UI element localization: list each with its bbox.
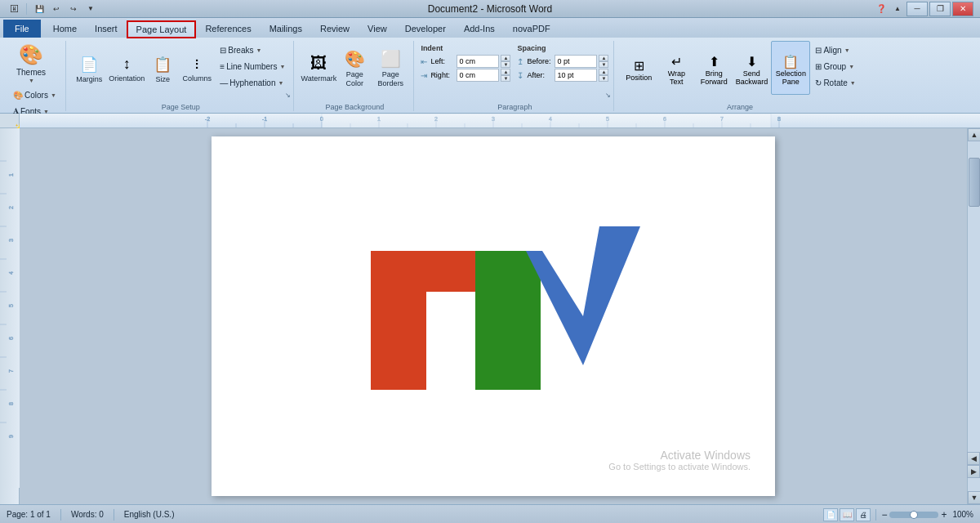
help-btn[interactable]: ❓ [874, 2, 889, 16]
page-borders-icon: ⬜ [381, 49, 401, 69]
indent-left-down[interactable]: ▼ [501, 61, 510, 68]
vertical-scrollbar[interactable]: ▲ ▼ ◀ ▶ [967, 128, 980, 504]
indent-right-down[interactable]: ▼ [501, 75, 510, 82]
document-scroll-area[interactable]: Activate Windows Go to Settings to activ… [20, 128, 967, 504]
qa-more-btn[interactable]: ▼ [83, 2, 98, 16]
minimize-btn[interactable]: ─ [906, 2, 928, 16]
zoom-control[interactable]: − + 100% [881, 509, 973, 521]
breaks-button[interactable]: ⊟ Breaks ▼ [216, 42, 288, 57]
window-controls: ❓ ▲ ─ ❐ ✕ [874, 2, 973, 16]
hyphenation-button[interactable]: — Hyphenation ▼ [216, 75, 288, 90]
spacing-before-row: ↥ Before: 0 pt ▲ ▼ [517, 55, 608, 68]
tab-novapdf[interactable]: novaPDF [504, 20, 559, 38]
scroll-extra-btns[interactable]: ◀ ▶ [967, 452, 980, 478]
tab-page-layout[interactable]: Page Layout [127, 20, 197, 38]
spacing-before-up[interactable]: ▲ [599, 55, 608, 61]
page-borders-label: Page Borders [375, 70, 406, 88]
spacing-after-spinners[interactable]: ▲ ▼ [599, 69, 608, 82]
tab-mailings[interactable]: Mailings [261, 20, 311, 38]
line-numbers-button[interactable]: ≡ Line Numbers ▼ [216, 59, 288, 74]
paragraph-expand[interactable]: ↘ [605, 92, 613, 100]
indent-left-value: 0 cm [459, 57, 475, 65]
indent-right-input[interactable]: 0 cm [457, 69, 499, 82]
view-reading-btn[interactable]: 📖 [840, 508, 854, 521]
indent-right-up[interactable]: ▲ [501, 69, 510, 75]
margins-button[interactable]: 📄 Margins [73, 41, 105, 95]
themes-group: 🎨 Themes ▼ 🎨 Colors ▼ 𝐀 Fonts ▼ ✨ Effect… [5, 41, 66, 111]
document-page: Activate Windows Go to Settings to activ… [212, 136, 775, 496]
spacing-after-down[interactable]: ▼ [599, 75, 608, 82]
scroll-up-btn[interactable]: ▲ [968, 128, 980, 141]
scroll-down-btn[interactable]: ▼ [968, 491, 980, 504]
bring-forward-button[interactable]: ⬆ Bring Forward [696, 41, 732, 95]
svg-text:6: 6 [8, 337, 14, 340]
view-print-btn[interactable]: 🖨 [856, 508, 871, 521]
indent-right-spinners[interactable]: ▲ ▼ [501, 69, 510, 82]
indent-right-value: 0 cm [459, 71, 475, 79]
tab-review[interactable]: Review [311, 20, 359, 38]
columns-button[interactable]: ⫶ Columns [180, 41, 214, 95]
indent-left-input[interactable]: 0 cm [457, 55, 499, 68]
status-sep-1 [60, 509, 61, 521]
page-setup-expand[interactable]: ↘ [285, 92, 293, 100]
align-arrow: ▼ [844, 47, 850, 53]
tab-view[interactable]: View [359, 20, 396, 38]
zoom-slider[interactable] [889, 512, 938, 518]
size-label: Size [156, 75, 171, 84]
page-color-button[interactable]: 🎨 Page Color [338, 41, 371, 95]
fonts-icon: 𝐀 [13, 106, 19, 116]
undo-quick-btn[interactable]: ↩ [49, 2, 64, 16]
quick-access-toolbar: 💾 ↩ ↪ ▼ [32, 2, 98, 16]
themes-button[interactable]: 🎨 Themes ▼ [10, 41, 52, 86]
scroll-thumb[interactable] [969, 158, 980, 207]
rotate-label: Rotate [823, 78, 847, 87]
tab-home[interactable]: Home [44, 20, 86, 38]
tab-developer[interactable]: Developer [396, 20, 455, 38]
zoom-out-btn[interactable]: − [881, 509, 887, 521]
save-quick-btn[interactable]: 💾 [32, 2, 47, 16]
view-normal-btn[interactable]: 📄 [823, 508, 838, 521]
wrap-text-button[interactable]: ↵ Wrap Text [658, 41, 694, 95]
spacing-after-input[interactable]: 10 pt [555, 69, 597, 82]
hyphenation-arrow: ▼ [278, 80, 283, 86]
close-btn[interactable]: ✕ [952, 2, 973, 16]
tab-insert[interactable]: Insert [86, 20, 127, 38]
spacing-before-spinners[interactable]: ▲ ▼ [599, 55, 608, 68]
position-button[interactable]: ⊞ Position [621, 41, 657, 95]
send-backward-button[interactable]: ⬇ Send Backward [733, 41, 769, 95]
rotate-button[interactable]: ↻ Rotate ▼ [812, 75, 858, 90]
spacing-before-down[interactable]: ▼ [599, 61, 608, 68]
selection-pane-button[interactable]: 📋 Selection Pane [771, 41, 810, 95]
group-button[interactable]: ⊞ Group ▼ [812, 59, 858, 74]
tab-file[interactable]: File [3, 20, 41, 38]
svg-text:3: 3 [8, 239, 14, 242]
page-borders-button[interactable]: ⬜ Page Borders [372, 41, 408, 95]
spacing-before-input[interactable]: 0 pt [555, 55, 597, 68]
ribbon: File Home Insert Page Layout References … [0, 18, 980, 114]
svg-rect-34 [0, 128, 20, 488]
orientation-button[interactable]: ↕ Orientation [108, 41, 145, 95]
size-button[interactable]: 📋 Size [148, 41, 177, 95]
separator [26, 3, 27, 15]
colors-icon: 🎨 [13, 91, 23, 100]
watermark-button[interactable]: 🖼 Watermark [301, 41, 336, 95]
scroll-prev-page[interactable]: ◀ [967, 452, 980, 465]
restore-btn[interactable]: ❐ [929, 2, 951, 16]
title-bar-left: 🅆 💾 ↩ ↪ ▼ [7, 2, 98, 16]
zoom-in-btn[interactable]: + [941, 509, 947, 521]
page-setup-group-label: Page Setup [162, 101, 200, 111]
svg-text:8: 8 [8, 402, 14, 405]
ruler-container: -2 -1 0 1 2 3 4 5 6 7 8 [0, 114, 980, 128]
tab-add-ins[interactable]: Add-Ins [455, 20, 504, 38]
redo-quick-btn[interactable]: ↪ [66, 2, 81, 16]
align-button[interactable]: ⊟ Align ▼ [812, 42, 858, 57]
spacing-section: Spacing ↥ Before: 0 pt ▲ ▼ ↧ [517, 44, 608, 82]
indent-left-up[interactable]: ▲ [501, 55, 510, 61]
svg-rect-33 [322, 114, 771, 128]
colors-button[interactable]: 🎨 Colors ▼ [10, 87, 60, 102]
indent-left-spinners[interactable]: ▲ ▼ [501, 55, 510, 68]
spacing-after-up[interactable]: ▲ [599, 69, 608, 75]
scroll-next-page[interactable]: ▶ [967, 465, 980, 478]
ribbon-minimize-btn[interactable]: ▲ [890, 2, 905, 16]
tab-references[interactable]: References [196, 20, 260, 38]
